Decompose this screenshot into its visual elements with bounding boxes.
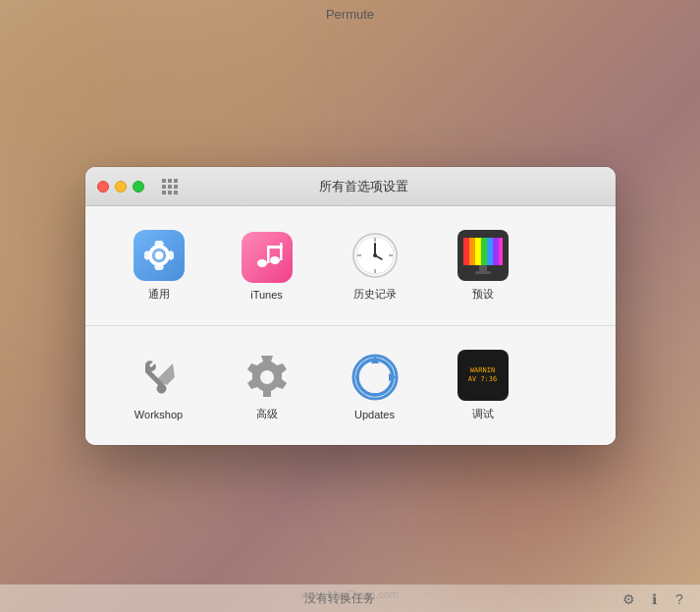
svg-point-6 — [270, 256, 280, 264]
history-icon — [350, 230, 401, 281]
history-label: 历史记录 — [353, 287, 397, 302]
svg-rect-21 — [463, 238, 469, 265]
preset-label: 预设 — [472, 287, 494, 302]
traffic-maximize[interactable] — [133, 181, 144, 193]
workshop-label: Workshop — [135, 409, 183, 420]
prefs-row-1: 通用 — [85, 206, 616, 326]
svg-rect-27 — [499, 238, 503, 265]
debug-line2: AV 7:36 — [468, 375, 498, 384]
svg-rect-26 — [493, 238, 499, 265]
svg-rect-28 — [479, 265, 487, 271]
updates-icon — [350, 352, 401, 403]
preset-icon — [458, 230, 509, 281]
pref-general[interactable]: 通用 — [105, 222, 213, 309]
pref-updates[interactable]: Updates — [321, 344, 429, 428]
debug-label: 调试 — [472, 407, 494, 421]
debug-line1: WARNIN — [470, 366, 495, 375]
app-title: Permute — [326, 7, 374, 22]
general-icon — [134, 230, 185, 281]
prefs-row-2: Workshop 高级 — [85, 326, 616, 445]
svg-rect-8 — [280, 243, 283, 260]
statusbar-icons: ⚙ ℹ ? — [619, 590, 700, 608]
svg-rect-25 — [487, 238, 493, 265]
pref-history[interactable]: 历史记录 — [321, 222, 429, 309]
itunes-icon — [242, 232, 293, 283]
pref-debug[interactable]: WARNIN AV 7:36 调试 — [429, 342, 537, 429]
svg-rect-9 — [267, 246, 283, 249]
svg-rect-29 — [475, 271, 491, 274]
advanced-label: 高级 — [256, 407, 278, 421]
pref-advanced[interactable]: 高级 — [213, 342, 321, 429]
svg-rect-24 — [481, 238, 487, 265]
statusbar-text: 没有转换任务 — [59, 590, 619, 607]
traffic-minimize[interactable] — [115, 181, 127, 193]
workshop-icon — [134, 352, 185, 403]
pref-itunes[interactable]: iTunes — [213, 224, 321, 308]
debug-icon: WARNIN AV 7:36 — [458, 350, 509, 401]
info-icon[interactable]: ℹ — [645, 590, 663, 608]
window-titlebar: 所有首选项设置 — [85, 167, 616, 206]
window-title: 所有首选项设置 — [184, 178, 545, 195]
svg-point-2 — [155, 251, 163, 259]
svg-rect-23 — [475, 238, 481, 265]
svg-rect-22 — [469, 238, 475, 265]
general-label: 通用 — [148, 287, 170, 302]
svg-point-5 — [257, 259, 267, 267]
pref-workshop[interactable]: Workshop — [105, 344, 213, 428]
itunes-label: iTunes — [250, 289, 283, 301]
svg-point-18 — [373, 253, 377, 257]
help-icon[interactable]: ? — [671, 590, 688, 608]
preferences-window: 所有首选项设置 — [85, 167, 616, 445]
updates-label: Updates — [354, 409, 395, 420]
pref-preset[interactable]: 预设 — [429, 222, 537, 309]
traffic-close[interactable] — [97, 181, 109, 193]
prefs-content: 通用 — [85, 206, 616, 445]
grid-view-icon[interactable] — [162, 179, 178, 195]
advanced-icon — [242, 350, 293, 401]
activity-icon[interactable]: ⚙ — [619, 590, 637, 608]
titlebar: Permute — [0, 0, 700, 28]
statusbar: 没有转换任务 ⚙ ℹ ? — [0, 584, 700, 612]
svg-point-30 — [260, 370, 274, 384]
